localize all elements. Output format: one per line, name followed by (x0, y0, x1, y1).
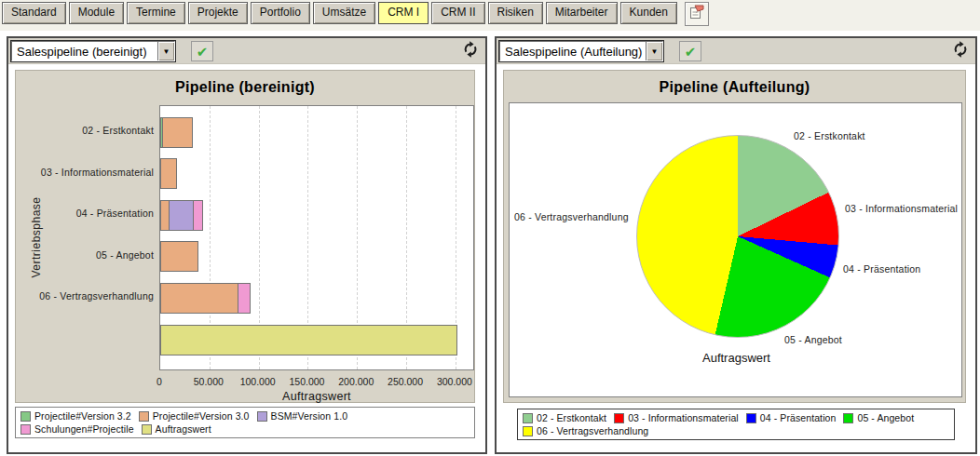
left-panel: Salespipeline (bereinigt) ▼ ✔ Pipeline (… (7, 36, 487, 454)
x-tick-label: 50.000 (194, 376, 224, 387)
x-tick-label: 250.000 (388, 376, 423, 387)
bar-row (160, 283, 251, 314)
tab-umsätze[interactable]: Umsätze (313, 2, 375, 24)
tab-bar: StandardModuleTermineProjektePortfolioUm… (0, 0, 980, 31)
pie-label: 05 - Angebot (784, 334, 842, 345)
bar-chart: Pipeline (bereinigt) Vertriebsphase 02 -… (15, 70, 475, 403)
x-tick-label: 150.000 (289, 376, 324, 387)
category-label: 04 - Präsentation (16, 208, 154, 219)
tab-crm-i[interactable]: CRM I (378, 2, 429, 24)
legend-swatch (523, 426, 533, 436)
pie-label: 06 - Vertragsverhandlung (514, 211, 629, 222)
legend-label: 02 - Erstkontakt (537, 412, 606, 423)
legend-swatch (20, 411, 31, 422)
right-panel-header: Salespipeline (Aufteilung) ▼ ✔ (497, 38, 975, 64)
left-apply-button[interactable]: ✔ (191, 41, 213, 61)
x-axis-ticks: 050.000100.000150.000200.000250.000300.0… (159, 376, 474, 389)
legend-item: 02 - Erstkontakt (523, 412, 606, 423)
pie-chart: Pipeline (Aufteilung) 02 - Erstkontakt 0… (503, 70, 966, 403)
legend-swatch (139, 411, 149, 422)
legend-item: 06 - Vertragsverhandlung (523, 425, 648, 436)
category-label: 02 - Erstkontakt (16, 125, 154, 136)
refresh-icon (462, 41, 479, 61)
form-edit-button[interactable] (685, 2, 709, 26)
bar-segment (169, 200, 194, 231)
bar-segment (160, 325, 457, 355)
legend-item: BSM#Version 1.0 (257, 410, 348, 422)
bar-segment (238, 283, 251, 314)
legend-swatch (523, 413, 533, 423)
refresh-icon (952, 41, 969, 61)
legend-item: 03 - Informationsmaterial (614, 412, 739, 423)
legend-label: Schulungen#Projectile (34, 423, 134, 435)
legend-swatch (746, 413, 756, 423)
x-tick-label: 200.000 (338, 376, 374, 387)
tab-projekte[interactable]: Projekte (188, 2, 248, 24)
tab-crm-ii[interactable]: CRM II (431, 2, 484, 24)
legend-label: BSM#Version 1.0 (271, 410, 348, 422)
legend-swatch (20, 424, 31, 435)
bar-row (160, 158, 177, 189)
pie-x-axis-label: Auftragswert (510, 351, 963, 365)
x-tick-label: 0 (157, 376, 162, 387)
bar-chart-title: Pipeline (bereinigt) (16, 79, 474, 96)
bar-row (160, 117, 193, 148)
bar-row (160, 200, 203, 231)
pie-plot: 02 - Erstkontakt 03 - Informationsmateri… (509, 102, 962, 397)
pie-label: 02 - Erstkontakt (794, 130, 865, 141)
tab-risiken[interactable]: Risiken (488, 2, 543, 24)
tab-kunden[interactable]: Kunden (620, 2, 677, 24)
left-refresh-button[interactable] (460, 41, 481, 61)
bar-row (160, 241, 198, 272)
legend-label: 03 - Informationsmaterial (628, 412, 739, 423)
left-panel-header: Salespipeline (bereinigt) ▼ ✔ (8, 38, 485, 64)
pie (636, 135, 839, 338)
tab-portfolio[interactable]: Portfolio (251, 2, 310, 24)
tab-termine[interactable]: Termine (127, 2, 185, 24)
x-tick-label: 300.000 (437, 376, 472, 387)
bar-segment (160, 283, 238, 314)
tab-module[interactable]: Module (69, 2, 124, 24)
category-label: 05 - Angebot (16, 249, 154, 261)
legend-swatch (843, 413, 853, 423)
pie-label: 04 - Präsentation (843, 263, 920, 275)
tab-mitarbeiter[interactable]: Mitarbeiter (546, 2, 618, 24)
category-label: 03 - Informationsmaterial (16, 167, 154, 178)
legend-item: Projectile#Version 3.0 (139, 410, 250, 422)
legend-swatch (614, 413, 624, 423)
bar-chart-legend: Projectile#Version 3.2Projectile#Version… (15, 407, 475, 438)
left-report-select-value: Salespipeline (bereinigt) (12, 45, 157, 59)
legend-item: Projectile#Version 3.2 (20, 410, 131, 422)
bar-plot (159, 105, 474, 370)
right-report-select[interactable]: Salespipeline (Aufteilung) ▼ (499, 41, 663, 61)
legend-swatch (142, 424, 152, 435)
right-report-select-value: Salespipeline (Aufteilung) (500, 45, 646, 59)
legend-item: 04 - Präsentation (746, 412, 837, 423)
legend-label: 04 - Präsentation (760, 412, 837, 423)
right-refresh-button[interactable] (950, 41, 971, 61)
legend-item: Auftragswert (142, 423, 211, 435)
tab-standard[interactable]: Standard (2, 2, 66, 24)
right-apply-button[interactable]: ✔ (679, 41, 701, 61)
legend-label: 05 - Angebot (857, 412, 914, 423)
form-edit-icon (688, 4, 705, 24)
y-axis-label: Vertriebsphase (30, 163, 43, 312)
legend-label: Projectile#Version 3.2 (34, 410, 131, 422)
tab-list: StandardModuleTermineProjektePortfolioUm… (2, 2, 680, 24)
bar-segment (193, 200, 203, 231)
legend-item: Schulungen#Projectile (20, 423, 134, 435)
bar-row (160, 325, 457, 355)
check-icon: ✔ (197, 45, 209, 59)
chevron-down-icon[interactable]: ▼ (646, 42, 662, 60)
x-axis-label: Auftragswert (159, 390, 474, 403)
category-label: 06 - Vertragsverhandlung (16, 290, 154, 302)
left-report-select[interactable]: Salespipeline (bereinigt) ▼ (11, 41, 175, 61)
check-icon: ✔ (685, 45, 697, 59)
legend-label: Auftragswert (156, 423, 211, 435)
legend-label: 06 - Vertragsverhandlung (537, 425, 648, 436)
pie-label: 03 - Informationsmaterial (845, 203, 958, 214)
right-panel: Salespipeline (Aufteilung) ▼ ✔ Pipeline … (495, 36, 977, 454)
legend-swatch (257, 411, 267, 422)
legend-label: Projectile#Version 3.0 (153, 410, 250, 422)
chevron-down-icon[interactable]: ▼ (157, 42, 174, 60)
